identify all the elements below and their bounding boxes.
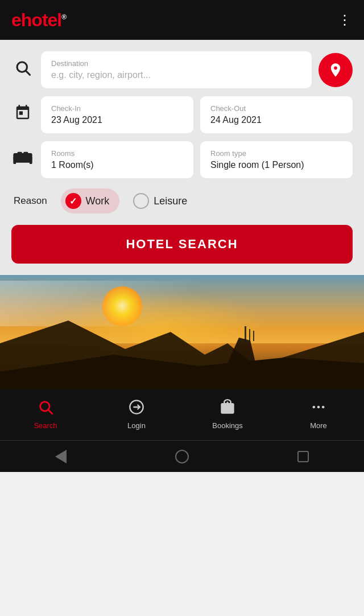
bottom-nav: Search Login Bookings More bbox=[0, 389, 364, 440]
back-arrow-icon bbox=[55, 450, 67, 463]
android-recents-button[interactable] bbox=[295, 449, 311, 465]
app-header: ehotel® ⋮ bbox=[0, 0, 364, 40]
menu-dots-button[interactable]: ⋮ bbox=[338, 12, 353, 28]
mountain-silhouette bbox=[0, 298, 364, 389]
nav-bookings-icon bbox=[220, 399, 235, 419]
dates-row: Check-In 23 Aug 2021 Check-Out 24 Aug 20… bbox=[11, 96, 353, 133]
reason-leisure-option[interactable]: Leisure bbox=[133, 193, 187, 209]
work-radio-checked bbox=[65, 193, 81, 209]
svg-point-21 bbox=[317, 406, 320, 409]
logo-hotel: hotel bbox=[21, 10, 61, 30]
nav-more-label: More bbox=[310, 421, 327, 430]
nav-login-icon bbox=[129, 399, 144, 419]
nav-more-icon bbox=[311, 399, 326, 419]
hero-banner bbox=[0, 275, 364, 389]
app-logo: ehotel® bbox=[11, 10, 66, 31]
svg-rect-8 bbox=[23, 152, 28, 155]
checkout-value: 24 Aug 2021 bbox=[210, 115, 342, 125]
nav-login-label: Login bbox=[127, 421, 146, 430]
svg-rect-9 bbox=[13, 161, 16, 164]
leisure-radio-unchecked bbox=[133, 193, 149, 209]
reason-work-option[interactable]: Work bbox=[61, 188, 120, 213]
rooms-value: 1 Room(s) bbox=[51, 160, 183, 170]
svg-rect-14 bbox=[249, 329, 250, 340]
calendar-icon bbox=[11, 96, 34, 121]
checkout-label: Check-Out bbox=[210, 104, 342, 113]
svg-rect-7 bbox=[18, 152, 22, 155]
nav-more[interactable]: More bbox=[273, 399, 364, 430]
hotel-search-button[interactable]: HOTEL SEARCH bbox=[11, 225, 353, 264]
svg-rect-10 bbox=[30, 161, 32, 164]
rooms-row: Rooms 1 Room(s) Room type Single room (1… bbox=[11, 141, 353, 178]
bed-icon bbox=[11, 141, 34, 164]
logo-trademark: ® bbox=[61, 13, 66, 21]
nav-bookings-label: Bookings bbox=[212, 421, 242, 430]
reason-row: Reason Work Leisure bbox=[11, 188, 353, 213]
checkout-field[interactable]: Check-Out 24 Aug 2021 bbox=[200, 96, 353, 133]
svg-rect-15 bbox=[253, 331, 254, 341]
svg-point-20 bbox=[313, 406, 316, 409]
destination-input[interactable]: Destination e.g. city, region, airport..… bbox=[41, 51, 312, 88]
rooms-field[interactable]: Rooms 1 Room(s) bbox=[41, 141, 193, 178]
dates-container: Check-In 23 Aug 2021 Check-Out 24 Aug 20… bbox=[41, 96, 353, 133]
rooms-label: Rooms bbox=[51, 149, 183, 158]
roomtype-label: Room type bbox=[210, 149, 342, 158]
nav-login[interactable]: Login bbox=[91, 399, 182, 430]
reason-label: Reason bbox=[14, 195, 47, 207]
hotel-search-label: HOTEL SEARCH bbox=[126, 237, 238, 252]
android-nav-bar bbox=[0, 440, 364, 472]
search-area: Destination e.g. city, region, airport..… bbox=[0, 40, 364, 275]
svg-rect-6 bbox=[13, 153, 32, 157]
search-icon bbox=[11, 59, 34, 80]
svg-rect-13 bbox=[245, 326, 246, 340]
reason-work-label: Work bbox=[86, 195, 110, 207]
checkin-label: Check-In bbox=[51, 104, 183, 113]
checkin-value: 23 Aug 2021 bbox=[51, 115, 183, 125]
svg-line-18 bbox=[48, 410, 52, 413]
roomtype-field[interactable]: Room type Single room (1 Person) bbox=[200, 141, 353, 178]
nav-bookings[interactable]: Bookings bbox=[182, 399, 273, 430]
location-button[interactable] bbox=[318, 53, 353, 87]
android-home-button[interactable] bbox=[174, 449, 190, 465]
destination-label: Destination bbox=[51, 59, 301, 68]
svg-point-22 bbox=[322, 406, 325, 409]
nav-search[interactable]: Search bbox=[0, 399, 91, 430]
destination-row: Destination e.g. city, region, airport..… bbox=[11, 51, 353, 88]
nav-search-icon bbox=[38, 399, 53, 419]
rooms-container: Rooms 1 Room(s) Room type Single room (1… bbox=[41, 141, 353, 178]
nav-search-label: Search bbox=[34, 421, 57, 430]
logo-e: e bbox=[11, 10, 21, 30]
svg-rect-3 bbox=[13, 160, 32, 163]
android-back-button[interactable] bbox=[53, 449, 69, 465]
destination-placeholder: e.g. city, region, airport... bbox=[51, 70, 301, 80]
recents-square-icon bbox=[297, 451, 309, 462]
home-circle-icon bbox=[175, 450, 189, 463]
roomtype-value: Single room (1 Person) bbox=[210, 160, 342, 170]
reason-leisure-label: Leisure bbox=[154, 195, 187, 207]
svg-line-1 bbox=[26, 71, 30, 75]
checkin-field[interactable]: Check-In 23 Aug 2021 bbox=[41, 96, 193, 133]
